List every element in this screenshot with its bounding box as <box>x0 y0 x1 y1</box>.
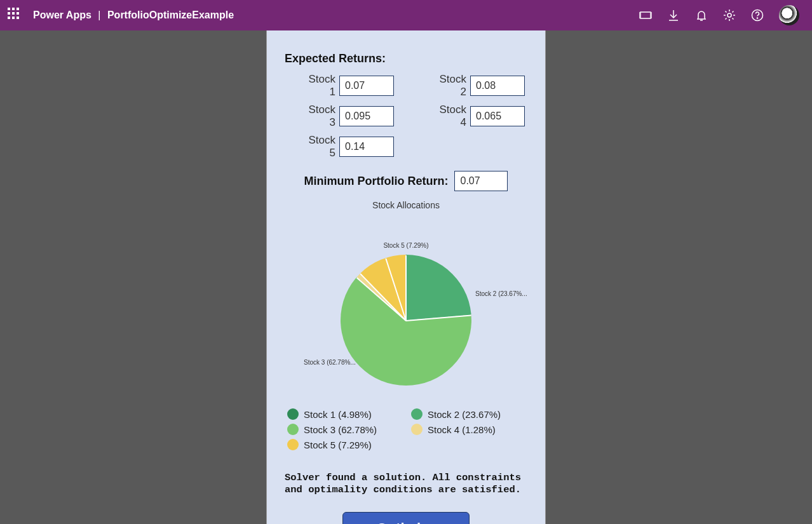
swatch-stock3 <box>287 424 299 435</box>
callout-stock2: Stock 2 (23.67%... <box>475 290 527 297</box>
pie-graphic <box>341 255 471 386</box>
legend-label-stock2: Stock 2 (23.67%) <box>428 409 501 420</box>
stock3-label: Stock 3 <box>300 104 339 129</box>
legend-label-stock1: Stock 1 (4.98%) <box>304 409 372 420</box>
legend-stock5: Stock 5 (7.29%) <box>287 439 401 450</box>
legend-stock1: Stock 1 (4.98%) <box>287 408 401 420</box>
callout-stock5: Stock 5 (7.29%) <box>383 242 428 249</box>
stock5-input[interactable] <box>339 137 394 157</box>
stage: Expected Returns: Stock 1 Stock 2 Stock … <box>0 30 812 524</box>
legend-stock4: Stock 4 (1.28%) <box>411 424 525 435</box>
svg-rect-0 <box>640 12 651 18</box>
app-canvas: Expected Returns: Stock 1 Stock 2 Stock … <box>266 30 546 524</box>
stock5-label: Stock 5 <box>300 134 339 159</box>
help-icon[interactable] <box>751 9 764 22</box>
waffle-icon[interactable] <box>8 8 23 23</box>
stock3-input[interactable] <box>339 106 394 126</box>
header-title: Power Apps | PortfolioOptimizeExample <box>33 10 234 21</box>
app-name: Power Apps <box>33 10 91 20</box>
legend-label-stock4: Stock 4 (1.28%) <box>428 424 496 435</box>
returns-grid: Stock 1 Stock 2 Stock 3 Stock 4 Stock 5 <box>300 73 527 159</box>
stock1-label: Stock 1 <box>300 73 339 98</box>
svg-point-8 <box>757 18 757 18</box>
stock4-input[interactable] <box>470 106 525 126</box>
chart-legend: Stock 1 (4.98%) Stock 2 (23.67%) Stock 3… <box>285 408 527 450</box>
header-actions <box>639 5 799 25</box>
app-header: Power Apps | PortfolioOptimizeExample <box>0 0 812 30</box>
swatch-stock1 <box>287 408 299 420</box>
legend-stock3: Stock 3 (62.78%) <box>287 424 401 435</box>
download-icon[interactable] <box>667 9 680 22</box>
min-return-row: Minimum Portfolio Return: <box>285 171 527 191</box>
avatar[interactable] <box>779 5 799 25</box>
gear-icon[interactable] <box>723 9 736 22</box>
expected-returns-label: Expected Returns: <box>285 52 527 65</box>
swatch-stock4 <box>411 424 423 435</box>
legend-stock2: Stock 2 (23.67%) <box>411 408 525 420</box>
min-return-input[interactable] <box>454 171 508 191</box>
file-name: PortfolioOptimizeExample <box>107 10 234 20</box>
title-separator: | <box>98 10 100 20</box>
legend-label-stock5: Stock 5 (7.29%) <box>304 440 372 450</box>
optimize-button[interactable]: Optimize <box>342 512 470 524</box>
stock4-label: Stock 4 <box>431 104 470 129</box>
stock2-input[interactable] <box>470 76 525 96</box>
stock2-label: Stock 2 <box>431 73 470 98</box>
pie-chart: Stock 5 (7.29%) Stock 2 (23.67%... Stock… <box>285 215 527 406</box>
min-return-label: Minimum Portfolio Return: <box>304 175 449 188</box>
svg-point-6 <box>727 13 731 17</box>
stock1-input[interactable] <box>339 76 394 96</box>
bell-icon[interactable] <box>695 9 708 22</box>
callout-stock3: Stock 3 (62.78%... <box>304 359 356 366</box>
legend-label-stock3: Stock 3 (62.78%) <box>304 424 377 435</box>
solver-status: Solver found a solution. All constraints… <box>285 472 527 497</box>
swatch-stock5 <box>287 439 299 450</box>
fit-icon[interactable] <box>639 9 652 22</box>
chart-title: Stock Allocations <box>285 200 527 210</box>
swatch-stock2 <box>411 408 423 420</box>
